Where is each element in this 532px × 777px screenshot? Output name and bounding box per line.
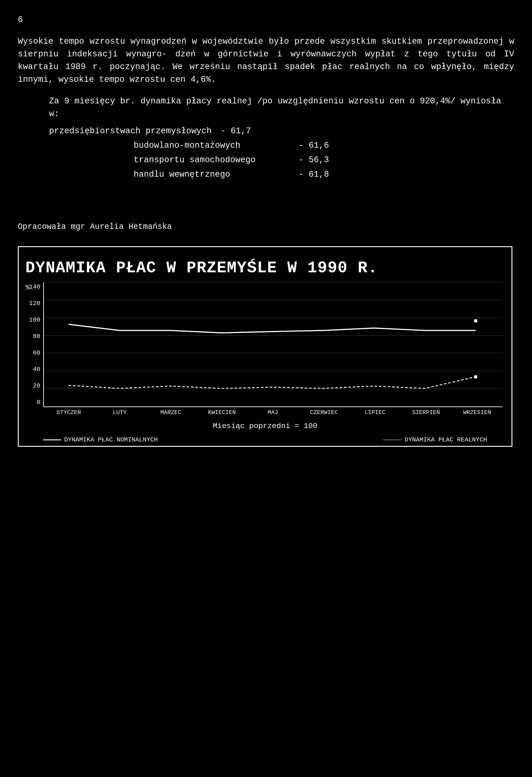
chart-container: DYNAMIKA PŁAC W PRZEMYŚLE W 1990 R. % 0 … (18, 246, 512, 447)
table-value-1: - 61,6 (298, 139, 334, 152)
table-row: budowlano-montażowych - 61,6 (49, 139, 514, 152)
author: Opracowała mgr Aurelia Hetmańska (18, 221, 514, 233)
y-labels: 0 20 40 60 80 100 120 140 (25, 282, 42, 407)
paragraph-2-wrapper: Za 9 miesięcy br. dynamika płacy realnej… (18, 95, 514, 181)
legend-nominal: DYNAMIKA PŁAC NOMINALNYCH (43, 435, 158, 445)
chart-svg (43, 282, 503, 403)
svg-point-0 (474, 319, 478, 323)
paragraph-1: Wysokie tempo wzrostu wynagrodzeń w woje… (18, 35, 514, 86)
chart-title: DYNAMIKA PŁAC W PRZEMYŚLE W 1990 R. (25, 256, 505, 280)
chart-area: % 0 20 40 60 80 100 120 140 (25, 282, 505, 421)
table-row: handlu wewnętrznego - 61,8 (49, 168, 514, 181)
legend-real-label: DYNAMIKA PŁAC REALNYCH (405, 435, 487, 445)
table-row: przedsiębiorstwach przemysłowych - 61,7 (49, 125, 514, 137)
data-table: przedsiębiorstwach przemysłowych - 61,7 … (18, 125, 514, 181)
chart-subtitle: Miesiąc poprzedni = 100 (25, 421, 505, 432)
page-number: 6 (18, 13, 514, 26)
legend-real: DYNAMIKA PŁAC REALNYCH (384, 435, 487, 445)
table-label-2: transportu samochodowego (134, 153, 290, 166)
legend-nominal-label: DYNAMIKA PŁAC NOMINALNYCH (64, 435, 158, 445)
chart-legend: DYNAMIKA PŁAC NOMINALNYCH DYNAMIKA PŁAC … (25, 435, 505, 445)
table-row: transportu samochodowego - 56,3 (49, 153, 514, 166)
table-label-1: budowlano-montażowych (134, 139, 290, 152)
paragraph-2: Za 9 miesięcy br. dynamika płacy realnej… (49, 95, 514, 120)
table-label-0: przedsiębiorstwach przemysłowych (49, 125, 212, 137)
table-label-3: handlu wewnętrznego (134, 168, 290, 181)
table-value-0: - 61,7 (221, 125, 256, 137)
table-value-2: - 56,3 (298, 153, 334, 166)
x-axis-labels: STYCZEŃ LUTY MARZEC KWIECIEŃ MAJ CZERWIE… (43, 408, 503, 421)
table-value-3: - 61,8 (298, 168, 334, 181)
legend-dotted-line (384, 439, 401, 440)
legend-solid-line (43, 439, 61, 440)
svg-point-1 (474, 375, 478, 378)
